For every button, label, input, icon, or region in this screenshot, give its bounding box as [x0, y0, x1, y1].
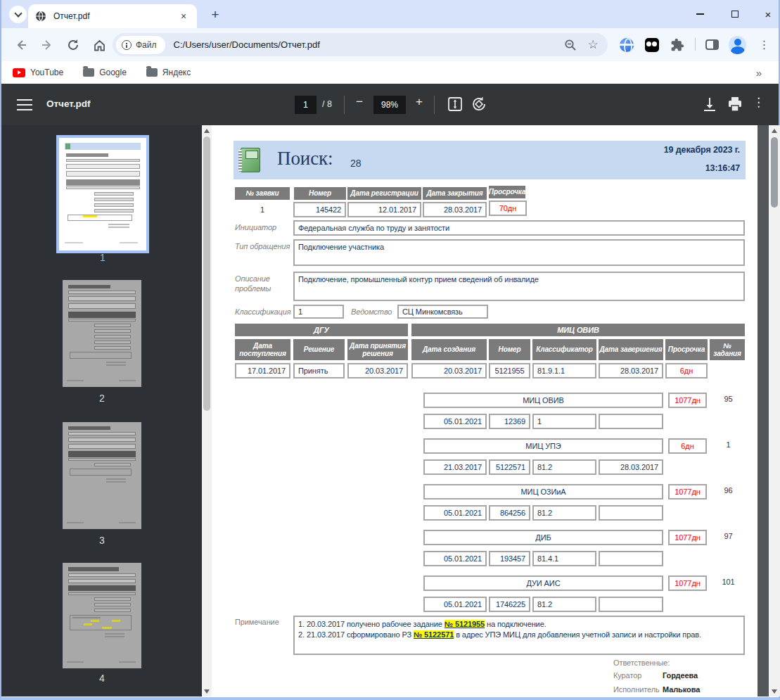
zoom-out-button[interactable]: − — [352, 95, 367, 109]
department-name-box: ДИБ — [423, 530, 663, 545]
agency-label: Ведомство — [351, 307, 392, 317]
forward-button[interactable] — [39, 37, 56, 53]
page-favicon-globe-icon — [35, 11, 46, 22]
col-header-arrival-date: Дата поступления — [235, 339, 290, 360]
department-block-dui-ais: ДУИ АИС 1077дн 101 05.01.2021 1746225 81… — [212, 575, 757, 612]
scroll-down-arrow[interactable] — [202, 686, 212, 696]
report-request-id: 28 — [350, 158, 361, 169]
thumbnail-page-2[interactable] — [63, 280, 141, 387]
curator-name: Гордеева — [663, 671, 698, 680]
reload-button[interactable] — [65, 37, 82, 53]
profile-avatar[interactable] — [729, 36, 746, 53]
viewer-background-strip — [757, 125, 769, 696]
bookmarks-overflow-icon[interactable]: » — [756, 67, 762, 79]
site-info-label: Файл — [136, 40, 157, 50]
thumbnail-page-4[interactable] — [63, 563, 141, 668]
department-delay-box: 1077дн — [668, 393, 707, 408]
note-label: Примечание — [235, 618, 279, 628]
window-close-button[interactable]: × — [761, 7, 775, 21]
problem-desc-label: Описание проблемы — [235, 274, 284, 294]
thumbnail-label-3[interactable]: 3 — [58, 535, 146, 546]
scrollbar-thumb[interactable] — [203, 136, 210, 411]
request-type-label: Тип обращения — [235, 242, 290, 252]
initiator-label: Инициатор — [235, 223, 276, 233]
department-task-number: 97 — [712, 532, 744, 540]
zoom-out-icon[interactable] — [563, 37, 578, 53]
pdf-title: Отчет.pdf — [46, 98, 90, 109]
new-tab-button[interactable]: + — [207, 6, 224, 23]
print-icon[interactable] — [726, 95, 744, 116]
pdf-thumbnail-sidebar: 1 2 — [1, 125, 202, 696]
address-bar[interactable]: Файл C:/Users/user/Documents/Отчет.pdf ☆ — [113, 33, 608, 56]
active-tab[interactable]: Отчет.pdf × — [28, 4, 197, 28]
home-button[interactable] — [91, 37, 108, 53]
scroll-up-arrow[interactable] — [202, 125, 212, 136]
curator-label: Куратор — [613, 671, 641, 680]
department-completed-box — [599, 551, 663, 566]
thumbnail-label-2[interactable]: 2 — [58, 393, 146, 404]
executor-label: Исполнитель — [613, 685, 660, 694]
site-info-chip[interactable]: Файл — [116, 36, 165, 54]
folder-icon — [83, 68, 94, 77]
window-maximize-button[interactable] — [728, 7, 742, 21]
tab-search-button[interactable] — [9, 6, 27, 23]
tab-close-icon[interactable]: × — [177, 10, 190, 23]
note-highlight-number[interactable]: № 5121955 — [445, 620, 485, 628]
decision-date-value: 20.03.2017 — [347, 363, 408, 378]
department-block-mic-upe: МИЦ УПЭ 6дн 1 21.03.2017 5122571 81.2 28… — [212, 438, 757, 475]
initiator-value: Федеральная служба по труду и занятости — [293, 220, 745, 236]
fit-page-button[interactable] — [446, 95, 464, 116]
side-panel-icon[interactable] — [703, 36, 721, 53]
main-scrollbar[interactable] — [769, 125, 780, 696]
department-date-box: 05.01.2021 — [423, 414, 487, 429]
col-header-decision: Решение — [293, 339, 345, 360]
department-task-number: 95 — [712, 395, 744, 403]
thumbnail-page-3[interactable] — [63, 422, 141, 529]
department-number-box: 864256 — [489, 505, 530, 521]
zoom-level-box[interactable]: 98% — [373, 96, 406, 114]
download-icon[interactable] — [701, 95, 718, 116]
tab-strip: Отчет.pdf × + × — [1, 0, 779, 28]
back-button[interactable] — [13, 37, 30, 53]
department-date-box: 05.01.2021 — [423, 597, 487, 612]
bookmark-folder-google[interactable]: Google — [83, 68, 127, 77]
arrival-date-value: 17.01.2017 — [235, 363, 290, 378]
page-number-input[interactable]: 1 — [295, 96, 317, 114]
department-date-box: 21.03.2017 — [423, 459, 487, 475]
window-minimize-button[interactable] — [693, 7, 707, 21]
rotate-button[interactable] — [470, 95, 488, 116]
extension-globe-icon[interactable] — [618, 36, 635, 53]
request-reg-date-value: 12.01.2017 — [347, 202, 421, 217]
department-delay-box: 1077дн — [668, 575, 707, 591]
thumbnail-page-1[interactable] — [59, 138, 146, 250]
browser-menu-icon[interactable]: ⋮ — [755, 36, 773, 53]
creation-date-value: 20.03.2017 — [411, 363, 487, 378]
thumbnail-label-4[interactable]: 4 — [58, 673, 146, 684]
department-classifier-box: 81.2 — [532, 505, 596, 521]
bookmark-star-icon[interactable]: ☆ — [585, 37, 601, 53]
browser-toolbar: Файл C:/Users/user/Documents/Отчет.pdf ☆… — [1, 28, 779, 61]
bookmarks-bar: YouTube Google Яндекс » — [1, 61, 779, 84]
bookmark-youtube[interactable]: YouTube — [13, 68, 63, 77]
group-header-dgu: ДГУ — [235, 324, 408, 336]
col-header-reg-date: Дата регистрации — [347, 187, 421, 200]
pdf-menu-icon[interactable] — [17, 99, 32, 110]
scroll-down-arrow[interactable] — [769, 686, 780, 696]
extensions-puzzle-icon[interactable] — [668, 36, 686, 53]
zoom-in-button[interactable]: + — [411, 95, 427, 109]
note-highlight-number[interactable]: № 5122571 — [414, 630, 454, 639]
extension-dark-icon[interactable] — [643, 36, 660, 53]
department-completed-box — [599, 505, 663, 521]
department-classifier-box: 81.2 — [532, 597, 596, 612]
scroll-up-arrow[interactable] — [769, 125, 780, 136]
department-name-box: МИЦ УПЭ — [423, 438, 663, 454]
scrollbar-thumb[interactable] — [771, 137, 778, 208]
pdf-more-icon[interactable]: ⋮ — [753, 95, 765, 110]
thumbnail-preview — [63, 563, 141, 668]
col-header-delay2: Просрочка — [665, 339, 708, 360]
thumbnail-label-1[interactable]: 1 — [59, 252, 146, 263]
url-text[interactable]: C:/Users/user/Documents/Отчет.pdf — [174, 39, 563, 50]
bookmark-folder-yandex[interactable]: Яндекс — [146, 68, 191, 77]
sidebar-scrollbar[interactable] — [202, 125, 212, 696]
department-classifier-box: 1 — [532, 414, 596, 429]
